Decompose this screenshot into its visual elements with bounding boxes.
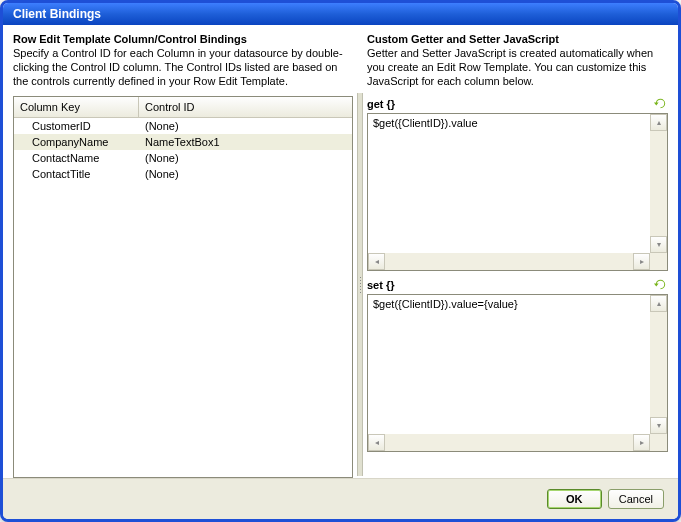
- set-section: set {} $get({ClientID}).value={value} ▴ …: [367, 277, 668, 452]
- cancel-button[interactable]: Cancel: [608, 489, 664, 509]
- window-title: Client Bindings: [13, 7, 101, 21]
- get-scrollbar-v[interactable]: ▴ ▾: [650, 114, 667, 253]
- scroll-right-icon[interactable]: ▸: [633, 253, 650, 270]
- left-panel: Row Edit Template Column/Control Binding…: [13, 33, 353, 478]
- cell-control-id[interactable]: (None): [139, 166, 352, 182]
- splitter-handle[interactable]: [357, 93, 363, 476]
- cell-control-id[interactable]: (None): [139, 118, 352, 134]
- dialog-client-bindings: Client Bindings Row Edit Template Column…: [0, 0, 681, 522]
- cell-column-key[interactable]: ContactName: [14, 150, 139, 166]
- table-row[interactable]: ContactTitle(None): [14, 166, 352, 182]
- button-bar: OK Cancel: [3, 478, 678, 519]
- left-heading: Row Edit Template Column/Control Binding…: [13, 33, 353, 45]
- set-label: set {}: [367, 279, 395, 291]
- grid-header-column-key[interactable]: Column Key: [14, 97, 139, 117]
- scroll-left-icon[interactable]: ◂: [368, 253, 385, 270]
- right-heading: Custom Getter and Setter JavaScript: [367, 33, 668, 45]
- scroll-track[interactable]: [650, 131, 667, 236]
- get-label: get {}: [367, 98, 395, 110]
- scroll-left-icon[interactable]: ◂: [368, 434, 385, 451]
- cell-column-key[interactable]: CustomerID: [14, 118, 139, 134]
- get-code-box[interactable]: $get({ClientID}).value ▴ ▾ ◂ ▸: [367, 113, 668, 271]
- get-code-content[interactable]: $get({ClientID}).value: [368, 114, 650, 253]
- cell-control-id[interactable]: NameTextBox1: [139, 134, 352, 150]
- left-description: Specify a Control ID for each Column in …: [13, 47, 353, 88]
- cell-column-key[interactable]: CompanyName: [14, 134, 139, 150]
- scroll-right-icon[interactable]: ▸: [633, 434, 650, 451]
- cell-column-key[interactable]: ContactTitle: [14, 166, 139, 182]
- refresh-set-icon[interactable]: [653, 277, 668, 292]
- scroll-corner: [650, 434, 667, 451]
- set-scrollbar-h[interactable]: ◂ ▸: [368, 434, 650, 451]
- titlebar[interactable]: Client Bindings: [3, 3, 678, 25]
- scroll-track[interactable]: [650, 312, 667, 417]
- table-row[interactable]: CustomerID(None): [14, 118, 352, 134]
- scroll-up-icon[interactable]: ▴: [650, 295, 667, 312]
- content-area: Row Edit Template Column/Control Binding…: [3, 25, 678, 478]
- set-code-box[interactable]: $get({ClientID}).value={value} ▴ ▾ ◂ ▸: [367, 294, 668, 452]
- grid-header-control-id[interactable]: Control ID: [139, 97, 352, 117]
- scroll-track[interactable]: [385, 253, 633, 270]
- set-code-content[interactable]: $get({ClientID}).value={value}: [368, 295, 650, 434]
- ok-button[interactable]: OK: [547, 489, 602, 509]
- cell-control-id[interactable]: (None): [139, 150, 352, 166]
- scroll-corner: [650, 253, 667, 270]
- scroll-up-icon[interactable]: ▴: [650, 114, 667, 131]
- grid-body: CustomerID(None)CompanyNameNameTextBox1C…: [14, 118, 352, 182]
- table-row[interactable]: CompanyNameNameTextBox1: [14, 134, 352, 150]
- table-row[interactable]: ContactName(None): [14, 150, 352, 166]
- get-scrollbar-h[interactable]: ◂ ▸: [368, 253, 650, 270]
- scroll-down-icon[interactable]: ▾: [650, 236, 667, 253]
- right-panel: Custom Getter and Setter JavaScript Gett…: [367, 33, 668, 478]
- bindings-grid[interactable]: Column Key Control ID CustomerID(None)Co…: [13, 96, 353, 478]
- refresh-get-icon[interactable]: [653, 96, 668, 111]
- grid-header: Column Key Control ID: [14, 97, 352, 118]
- right-description: Getter and Setter JavaScript is created …: [367, 47, 668, 88]
- scroll-track[interactable]: [385, 434, 633, 451]
- scroll-down-icon[interactable]: ▾: [650, 417, 667, 434]
- get-section: get {} $get({ClientID}).value ▴ ▾ ◂: [367, 96, 668, 271]
- set-scrollbar-v[interactable]: ▴ ▾: [650, 295, 667, 434]
